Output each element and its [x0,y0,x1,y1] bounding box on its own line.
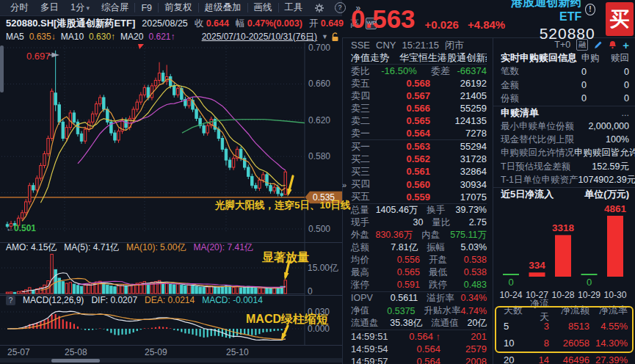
days-value: 20 [504,354,526,364]
netdays-value: 14 [526,354,549,364]
crosshair-date: 2025/08/25 [142,18,188,29]
list-row: 申购赎回允许情况申购赎回皆允许 [493,147,635,160]
menu-draw-line[interactable]: 画线 [248,1,278,14]
fund-name-link[interactable]: 华宝恒生港股通创新药精 [399,51,487,65]
menu-forward-adjusted[interactable]: 前复权 [159,1,198,14]
weibi-row: 委比-16.50%委差-66374 [351,65,487,77]
svg-text:0.697: 0.697 [26,51,51,62]
nav-row: 净值走势华宝恒生港股通创新药精 [351,51,487,65]
ask-row[interactable]: 卖三0.56655259 [351,102,487,114]
bid-row[interactable]: 买一0.56355294 [351,140,487,153]
v-scrollbar-thumb[interactable] [0,46,4,92]
rt-row: 份额00 [493,92,635,106]
bid-row[interactable]: 买三0.56132864 [351,165,487,178]
tab-multiday[interactable]: 多日 [35,1,65,14]
ask-row[interactable]: 卖二0.565124135 [351,114,487,127]
list-title: 申赎清单 [501,106,622,120]
svg-text:0.500: 0.500 [308,224,330,234]
ask-row[interactable]: 卖一0.5647278 [351,127,487,140]
tick-time: 14:59:57 [351,356,393,364]
days-value: 5 [504,321,526,332]
menu-tools[interactable]: 工具 [279,1,309,14]
stat-row: 净值0.5375升贴水率4.74% [351,305,487,317]
netdays-value: 3 [526,321,549,332]
price: 0.561 [383,166,430,177]
bid-row[interactable]: 买四0.56030934 [351,178,487,191]
rt-sub-value: 0 [554,80,587,90]
tick-time: 14:59:51 [351,331,393,342]
stat-label: 最高 [351,266,381,279]
tick-row: 14:59:570.5642008 [351,355,487,364]
stat-value: 0.5375 [379,306,415,316]
ma20-value: 0.621↑ [148,32,175,42]
stat-value: 0.556 [381,255,420,265]
help-icon[interactable]: ? [6,296,15,305]
level-label: 卖四 [351,90,383,103]
stat-value: 575.11万 [450,229,487,241]
svg-text:3318: 3318 [552,222,575,233]
alert-bell-icon[interactable] [609,40,617,49]
tab-intraday[interactable]: 分时 [4,1,35,14]
rt-red-value: 0 [587,80,629,90]
kline-chart[interactable]: 0.7000.6600.6200.5800.5000.5350.697←0.50… [0,43,342,242]
price: 0.568 [383,78,430,89]
rt-red-value: 0 [587,93,629,103]
bid-row[interactable]: 买五0.55917075 [351,191,487,204]
svg-text:10-24: 10-24 [499,290,522,300]
currency-label: CNY [376,40,396,51]
gear-icon[interactable] [309,3,330,13]
unlock-icon[interactable] [331,32,339,42]
level-label: 卖五 [351,77,383,90]
weibi-label: 委比 [351,65,377,78]
menu-f9[interactable]: F9 [135,3,158,13]
price-change-pct: +4.84% [468,18,505,31]
volume: 17075 [430,192,487,203]
chevron-down-icon: ▾ [86,4,90,12]
info-icon[interactable]: ! [585,4,595,15]
bid-row[interactable]: 买二0.56231728 [351,153,487,165]
rt-label: 份额 [501,92,554,105]
stat-label: 流通盘 [351,317,382,330]
svg-text:10-30: 10-30 [603,290,626,300]
chevron-down-icon[interactable]: ▼ [322,33,328,40]
quote-header: 0.563 +0.026 +4.84% 港股通创新药ETF ! 520880 买 [342,0,635,38]
netrate-value: 14.30% [589,338,628,349]
net-inflow-chart: 010-2433410-27331810-28010-29486110-30 [493,200,635,302]
list-value: 申购赎回皆允许 [574,147,635,159]
buy-button[interactable]: 买 [606,2,634,36]
ma5-value: 0.635↓ [29,32,56,42]
t0-badge: T+0 [554,40,570,50]
list-label: 最小申赎单位份额 [501,120,588,133]
close-label: 收 [195,18,204,29]
date-range-link[interactable]: 2025/07/10-2025/10/31(76日) [202,31,317,43]
dea-value: DEA: 0.0214 [145,295,195,305]
h-scrollbar-thumb[interactable] [51,359,100,363]
menu-super-overlay[interactable]: 超级叠加 [199,1,247,14]
range-label: 幅 [236,18,245,29]
panel-expand-icon[interactable]: » [342,181,346,189]
stat-value: 0.565 [381,267,420,277]
more-link[interactable]: ... [622,108,629,118]
list-label: 现金替代比例上限 [501,134,606,146]
nav-tab-nav-trend[interactable]: 净值走势 [351,51,389,65]
col-days: 天数 [504,304,526,317]
level-label: 卖三 [351,102,383,115]
ask-row[interactable]: 卖五0.56826192 [351,77,487,90]
stat-label: IOPV [351,293,380,303]
price: 0.562 [383,153,430,164]
netrate-value: 4.55% [589,321,628,332]
add-icon[interactable]: + [623,39,629,51]
tab-1min[interactable]: 1分▾ [65,1,95,14]
svg-text:0: 0 [508,277,513,288]
list-row: 现金替代比例上限100% [493,133,635,146]
pencil-icon[interactable] [594,40,603,49]
svg-text:0.580: 0.580 [308,151,330,161]
ma10-value: 0.630↑ [89,32,115,42]
price: 0.559 [383,192,430,203]
market-state: 闭市 [445,39,464,52]
volume: 55259 [430,103,487,114]
ask-row[interactable]: 卖四0.56721405 [351,90,487,102]
tick-row: 14:59:540.5642579 [351,343,487,355]
stat-label: 溢折率 [427,292,460,305]
menu-composite-screen[interactable]: 综合屏 [95,1,135,14]
